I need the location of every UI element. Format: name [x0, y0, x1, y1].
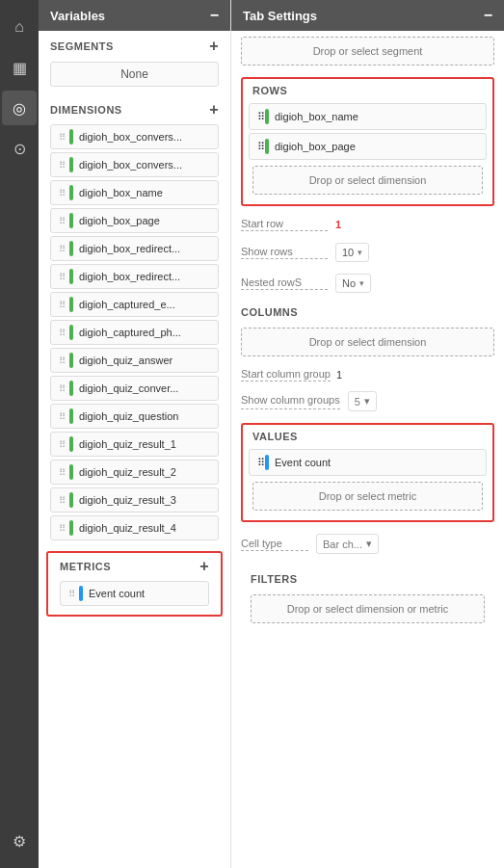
dimension-item[interactable]: ⠿ digioh_box_redirect...	[50, 264, 219, 289]
cell-type-row: Cell type Bar ch... ▾	[231, 528, 504, 560]
dimension-item[interactable]: ⠿ digioh_quiz_result_1	[50, 432, 219, 457]
nav-sidebar: ⌂ ▦ ◎ ⊙ ⚙	[0, 0, 39, 868]
cell-type-value: Bar ch...	[323, 539, 362, 550]
variables-panel-header: Variables −	[39, 0, 230, 31]
values-label: VALUES	[243, 425, 492, 446]
drag-handle-icon: ⠿	[59, 300, 66, 310]
dimensions-label: DIMENSIONS	[50, 104, 122, 116]
metrics-label: METRICS	[60, 561, 111, 572]
dimension-color-bar	[69, 325, 73, 340]
nested-rows-label: Nested rowS	[241, 276, 328, 290]
row-name: digioh_box_page	[275, 141, 356, 152]
drag-handle-icon: ⠿	[59, 411, 66, 422]
nested-rows-select[interactable]: No ▾	[335, 274, 371, 293]
dimension-name: digioh_quiz_result_4	[79, 522, 176, 534]
value-item[interactable]: ⠿ Event count	[249, 449, 487, 476]
chart-nav-icon[interactable]: ▦	[2, 50, 37, 85]
dimension-color-bar	[69, 353, 73, 368]
dimension-color-bar	[69, 464, 73, 480]
dimensions-section-header: DIMENSIONS +	[39, 94, 230, 121]
row-item[interactable]: ⠿ digioh_box_page	[249, 133, 487, 160]
row-name: digioh_box_name	[275, 111, 358, 122]
dimension-item[interactable]: ⠿ digioh_quiz_result_4	[50, 515, 219, 540]
dimension-color-bar	[69, 129, 73, 145]
dimension-item[interactable]: ⠿ digioh_quiz_result_3	[50, 487, 219, 513]
dimension-item[interactable]: ⠿ digioh_box_page	[50, 208, 219, 233]
segment-drop-zone[interactable]: Drop or select segment	[241, 37, 494, 66]
metric-item[interactable]: ⠿ Event count	[60, 581, 209, 606]
start-column-group-value: 1	[336, 369, 342, 381]
dimension-name: digioh_quiz_conver...	[79, 382, 178, 394]
row-color-bar	[265, 139, 269, 154]
metrics-section: METRICS + ⠿ Event count	[46, 551, 223, 617]
drag-handle-icon: ⠿	[59, 272, 66, 282]
cell-type-label: Cell type	[241, 538, 308, 551]
drag-handle-icon: ⠿	[59, 495, 66, 506]
drag-handle-icon: ⠿	[59, 216, 66, 226]
show-rows-arrow-icon: ▾	[358, 248, 362, 257]
start-column-group-label: Start column group	[241, 368, 331, 381]
dimensions-add-button[interactable]: +	[209, 102, 219, 118]
dimension-color-bar	[69, 436, 73, 452]
dimension-item[interactable]: ⠿ digioh_box_name	[50, 180, 219, 205]
dimension-item[interactable]: ⠿ digioh_captured_e...	[50, 292, 219, 317]
dimension-item[interactable]: ⠿ digioh_quiz_answer	[50, 348, 219, 373]
dimension-name: digioh_quiz_result_2	[79, 466, 176, 478]
dimension-item[interactable]: ⠿ digioh_captured_ph...	[50, 320, 219, 345]
main-content: Variables − SEGMENTS + None DIMENSIONS +…	[39, 0, 504, 868]
show-column-groups-label: Show column groups	[241, 393, 340, 408]
show-column-groups-select[interactable]: 5 ▾	[348, 391, 377, 411]
dimension-item[interactable]: ⠿ digioh_box_redirect...	[50, 236, 219, 261]
columns-drop-zone[interactable]: Drop or select dimension	[241, 328, 494, 356]
metrics-add-button[interactable]: +	[199, 559, 209, 574]
dimension-color-bar	[69, 408, 73, 424]
dimension-item[interactable]: ⠿ digioh_box_convers...	[50, 152, 219, 177]
show-column-groups-arrow-icon: ▾	[364, 395, 370, 408]
drag-handle-icon: ⠿	[59, 328, 66, 338]
dimensions-list: ⠿ digioh_box_convers... ⠿ digioh_box_con…	[39, 121, 230, 543]
dimension-name: digioh_captured_e...	[79, 299, 175, 310]
filter-nav-icon[interactable]: ⊙	[2, 131, 37, 166]
rows-drop-zone[interactable]: Drop or select dimension	[252, 166, 483, 195]
metric-color-bar	[79, 586, 83, 601]
dimension-item[interactable]: ⠿ digioh_quiz_conver...	[50, 376, 219, 401]
settings-collapse-button[interactable]: −	[484, 8, 492, 23]
dimension-name: digioh_captured_ph...	[79, 327, 181, 338]
segment-none-box: None	[50, 62, 219, 87]
settings-title: Tab Settings	[243, 9, 317, 23]
nested-rows-value: No	[342, 277, 356, 289]
dimension-name: digioh_box_redirect...	[79, 243, 180, 254]
variables-title: Variables	[50, 9, 105, 23]
dimension-name: digioh_box_convers...	[79, 159, 182, 171]
dimension-item[interactable]: ⠿ digioh_quiz_result_2	[50, 460, 219, 485]
cell-type-select[interactable]: Bar ch... ▾	[316, 534, 379, 554]
value-color-bar	[265, 455, 269, 470]
show-rows-select[interactable]: 10 ▾	[335, 243, 369, 262]
segments-label: SEGMENTS	[50, 40, 114, 52]
drag-handle-icon: ⠿	[257, 457, 265, 469]
dimension-item[interactable]: ⠿ digioh_box_convers...	[50, 124, 219, 149]
dimension-item[interactable]: ⠿ digioh_quiz_question	[50, 404, 219, 429]
dimension-color-bar	[69, 213, 73, 228]
drag-handle-icon: ⠿	[59, 523, 66, 534]
show-column-groups-value: 5	[355, 396, 360, 408]
filters-drop-zone[interactable]: Drop or select dimension or metric	[251, 594, 485, 623]
drag-handle-icon: ⠿	[59, 188, 66, 198]
dimension-color-bar	[69, 241, 73, 256]
circle-nav-icon[interactable]: ◎	[2, 91, 37, 125]
drag-handle-icon: ⠿	[68, 589, 75, 599]
metric-name: Event count	[89, 588, 145, 599]
dimension-name: digioh_box_convers...	[79, 131, 182, 143]
variables-collapse-button[interactable]: −	[210, 8, 219, 23]
cell-type-arrow-icon: ▾	[366, 538, 372, 550]
filters-label: FILTERS	[241, 566, 494, 589]
home-nav-icon[interactable]: ⌂	[2, 10, 37, 44]
drag-handle-icon: ⠿	[59, 383, 66, 394]
row-item[interactable]: ⠿ digioh_box_name	[249, 103, 487, 130]
segments-add-button[interactable]: +	[209, 39, 219, 54]
dimension-name: digioh_box_page	[79, 215, 160, 226]
values-drop-zone[interactable]: Drop or select metric	[252, 482, 483, 511]
gear-nav-icon[interactable]: ⚙	[2, 824, 37, 858]
drag-handle-icon: ⠿	[59, 160, 66, 171]
dimension-color-bar	[69, 297, 73, 312]
